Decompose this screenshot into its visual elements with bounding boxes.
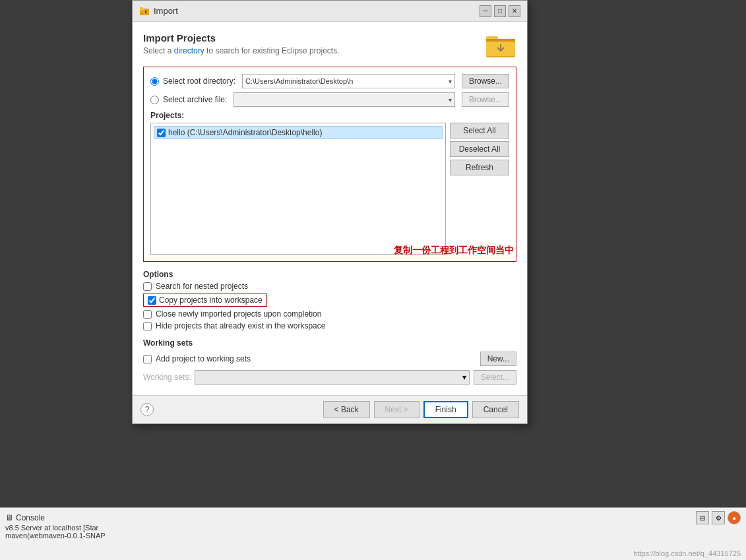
new-working-sets-button[interactable]: New... — [480, 352, 516, 366]
hide-projects-label: Hide projects that already exist in the … — [156, 321, 325, 330]
cancel-button[interactable]: Cancel — [472, 401, 519, 418]
archive-path-dropdown[interactable]: ▾ — [233, 92, 455, 107]
close-imported-checkbox[interactable] — [143, 310, 152, 319]
root-dir-path-dropdown[interactable]: C:\Users\Administrator\Desktop\h ▾ — [242, 74, 455, 88]
nested-projects-checkbox[interactable] — [143, 282, 152, 291]
main-options-section: Select root directory: C:\Users\Administ… — [143, 67, 516, 262]
import-projects-desc: Select a directory to search for existin… — [143, 46, 339, 55]
archive-browse-button[interactable]: Browse... — [462, 92, 509, 107]
svg-rect-7 — [486, 39, 515, 42]
dialog-header-text: Import Projects Select a directory to se… — [143, 32, 339, 55]
working-sets-label: Working sets — [143, 338, 516, 348]
working-sets-input-row: Working sets: ▾ Select... — [143, 370, 516, 385]
dialog-title-text: Import — [154, 6, 476, 16]
close-imported-row: Close newly imported projects upon compl… — [143, 309, 516, 319]
root-dir-dropdown-arrow: ▾ — [449, 78, 452, 85]
csdn-watermark: https://blog.csdn.net/q_44315725 — [633, 549, 741, 557]
archive-file-label: Select archive file: — [163, 95, 227, 104]
root-dir-label: Select root directory: — [163, 77, 235, 86]
add-working-sets-label: Add project to working sets — [156, 354, 251, 363]
options-section: Options Search for nested projects Copy … — [143, 270, 516, 330]
help-button[interactable]: ? — [140, 403, 154, 416]
project-item-hello[interactable]: hello (C:\Users\Administrator\Desktop\he… — [154, 126, 443, 139]
select-all-button[interactable]: Select All — [450, 123, 509, 139]
directory-link[interactable]: directory — [174, 46, 204, 55]
projects-list: hello (C:\Users\Administrator\Desktop\he… — [150, 123, 446, 255]
dialog-titlebar: Import ─ □ ✕ — [133, 1, 527, 22]
root-dir-radio[interactable] — [150, 77, 159, 86]
add-working-sets-checkbox[interactable] — [143, 355, 152, 363]
projects-buttons: Select All Deselect All Refresh — [450, 123, 509, 255]
projects-label: Projects: — [150, 111, 509, 120]
import-dialog: Import ─ □ ✕ Import Projects Select a di… — [132, 0, 528, 424]
console-icon: 🖥 — [5, 513, 13, 522]
hide-projects-row: Hide projects that already exist in the … — [143, 321, 516, 330]
nested-projects-label: Search for nested projects — [156, 282, 248, 291]
dialog-nav-buttons: < Back Next > Finish Cancel — [323, 401, 519, 418]
close-button[interactable]: ✕ — [509, 5, 520, 17]
console-icon-btn-1[interactable]: ⊟ — [696, 511, 709, 524]
next-button[interactable]: Next > — [374, 401, 420, 418]
dialog-content: Import Projects Select a directory to se… — [133, 22, 527, 395]
options-label: Options — [143, 270, 516, 279]
back-button[interactable]: < Back — [323, 401, 370, 418]
archive-file-row: Select archive file: ▾ Browse... — [150, 92, 509, 107]
minimize-button[interactable]: ─ — [480, 5, 491, 17]
titlebar-controls: ─ □ ✕ — [480, 5, 520, 17]
select-working-sets-button[interactable]: Select... — [474, 370, 516, 385]
add-working-sets-row: Add project to working sets New... — [143, 352, 516, 366]
working-sets-dropdown[interactable]: ▾ — [195, 370, 469, 385]
dialog-title-icon — [139, 6, 150, 16]
copy-workspace-row: Copy projects into workspace — [143, 294, 516, 307]
close-imported-label: Close newly imported projects upon compl… — [156, 309, 321, 319]
hide-projects-checkbox[interactable] — [143, 322, 152, 330]
dialog-help-area: ? — [140, 403, 154, 416]
root-dir-browse-button[interactable]: Browse... — [462, 74, 509, 88]
console-label-text: Console — [16, 513, 45, 522]
folder-icon — [485, 32, 516, 59]
copy-workspace-label: Copy projects into workspace — [159, 296, 263, 305]
maven-text: maven(webmaven-0.0.1-SNAP — [5, 532, 741, 540]
projects-container: hello (C:\Users\Administrator\Desktop\he… — [150, 123, 509, 255]
console-icon-btn-3[interactable]: ● — [728, 511, 741, 524]
svg-rect-2 — [140, 7, 143, 9]
archive-dropdown-arrow: ▾ — [449, 96, 452, 104]
console-icon-btn-2[interactable]: ⚙ — [712, 511, 725, 524]
refresh-button[interactable]: Refresh — [450, 160, 509, 175]
root-dir-row: Select root directory: C:\Users\Administ… — [150, 74, 509, 88]
deselect-all-button[interactable]: Deselect All — [450, 141, 509, 157]
project-item-label: hello (C:\Users\Administrator\Desktop\he… — [168, 128, 322, 137]
finish-button[interactable]: Finish — [423, 401, 468, 418]
nested-projects-row: Search for nested projects — [143, 282, 516, 291]
archive-file-radio[interactable] — [150, 96, 159, 104]
dialog-header: Import Projects Select a directory to se… — [143, 32, 516, 59]
working-sets-arrow: ▾ — [462, 373, 466, 382]
copy-workspace-option: Copy projects into workspace — [143, 294, 267, 307]
working-sets-field-label: Working sets: — [143, 373, 191, 382]
chinese-annotation: 复制一份工程到工作空间当中 — [394, 245, 514, 257]
maximize-button[interactable]: □ — [494, 5, 506, 17]
import-projects-title: Import Projects — [143, 32, 339, 44]
working-sets-section: Working sets Add project to working sets… — [143, 338, 516, 385]
copy-workspace-checkbox[interactable] — [148, 296, 156, 305]
project-checkbox-hello[interactable] — [157, 129, 166, 137]
dialog-bottom-bar: ? < Back Next > Finish Cancel — [133, 395, 527, 423]
root-dir-path-text: C:\Users\Administrator\Desktop\h — [245, 77, 353, 85]
server-text: v8.5 Server at localhost [Star — [5, 524, 741, 532]
